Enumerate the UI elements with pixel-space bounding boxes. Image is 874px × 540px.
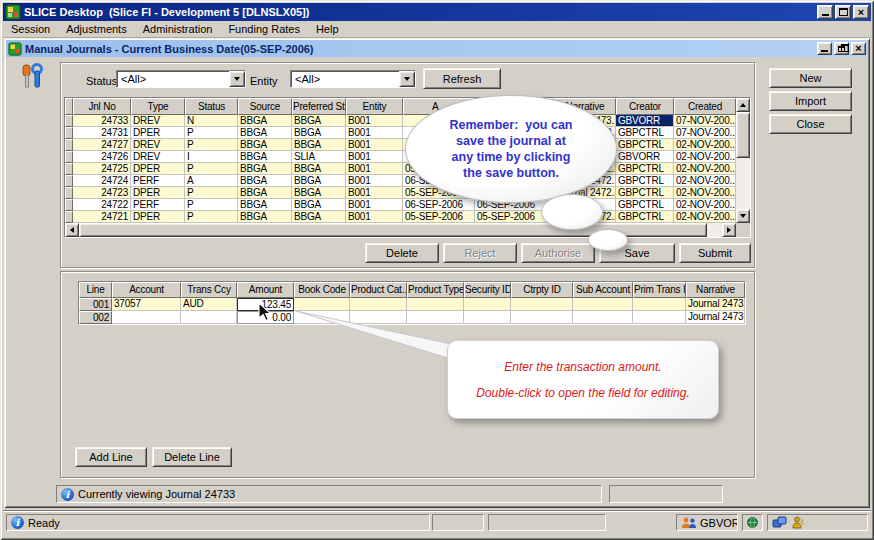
child-minimize-button[interactable] <box>817 42 832 55</box>
journals-grid-cell[interactable] <box>65 127 73 139</box>
journals-grid-cell[interactable]: P <box>185 127 238 139</box>
journals-grid-cell[interactable]: P <box>185 139 238 151</box>
journals-grid-cell[interactable]: BBGA <box>238 115 292 127</box>
child-close-button[interactable]: × <box>851 42 866 55</box>
journals-grid-cell[interactable]: 02-NOV-200... <box>674 175 736 187</box>
menu-item-adjustments[interactable]: Adjustments <box>58 22 135 36</box>
lines-grid-cell[interactable] <box>464 311 511 324</box>
lines-grid-column-header[interactable]: Prim Trans ID <box>633 282 686 298</box>
journals-grid-column-header[interactable]: Created <box>674 98 736 115</box>
journals-grid-row[interactable]: 24721DPERPBBGABBGAB00105-SEP-200605-SEP-… <box>65 211 736 223</box>
import-button[interactable]: Import <box>769 91 852 111</box>
refresh-button[interactable]: Refresh <box>423 68 501 89</box>
journals-grid-column-header[interactable]: Entity <box>346 98 403 115</box>
lines-grid-cell[interactable] <box>573 298 633 311</box>
journals-grid-cell[interactable]: DPER <box>131 187 185 199</box>
journals-grid-cell[interactable]: P <box>185 187 238 199</box>
journals-grid-cell[interactable]: P <box>185 163 238 175</box>
lines-grid-cell[interactable]: 002 <box>79 311 112 324</box>
journals-grid-cell[interactable]: DPER <box>131 163 185 175</box>
journals-grid-cell[interactable]: 02-NOV-200... <box>674 211 736 223</box>
journals-grid-row[interactable]: 24727DREVPBBGABBGAB001Journal 2472...GBP… <box>65 139 736 151</box>
journals-grid-row[interactable]: 24733DREVNBBGABBGAB001Journal 2473...GBV… <box>65 115 736 127</box>
journals-grid-row[interactable]: 24722PERFPBBGABBGAB00106-SEP-200606-SEP-… <box>65 199 736 211</box>
status-dropdown[interactable]: <All> <box>116 70 246 88</box>
new-button[interactable]: New <box>769 68 852 88</box>
journals-grid-cell[interactable]: BBGA <box>238 211 292 223</box>
menu-item-funding-rates[interactable]: Funding Rates <box>220 22 308 36</box>
journals-grid-column-header[interactable]: Jnl No <box>73 98 131 115</box>
journals-grid-cell[interactable]: BBGA <box>292 115 346 127</box>
journals-grid-cell[interactable]: GBPCTRL <box>616 127 674 139</box>
lines-grid-cell[interactable] <box>511 311 573 324</box>
lines-grid-cell[interactable]: 001 <box>79 298 112 311</box>
journals-grid-cell[interactable]: BBGA <box>292 127 346 139</box>
add-line-button[interactable]: Add Line <box>75 447 147 467</box>
journals-grid-cell[interactable]: GBPCTRL <box>616 187 674 199</box>
lines-grid-cell[interactable]: 37057 <box>112 298 181 311</box>
journals-grid-cell[interactable]: BBGA <box>292 211 346 223</box>
journals-grid-cell[interactable]: 24721 <box>73 211 131 223</box>
journals-grid-cell[interactable]: 24731 <box>73 127 131 139</box>
journals-grid-column-header[interactable]: Type <box>131 98 185 115</box>
lines-grid-column-header[interactable]: Book Code <box>294 282 350 298</box>
journals-grid-cell[interactable]: 24723 <box>73 187 131 199</box>
journals-grid-cell[interactable]: GBPCTRL <box>616 139 674 151</box>
journals-grid-cell[interactable]: BBGA <box>292 139 346 151</box>
journals-grid-cell[interactable]: B001 <box>346 187 403 199</box>
journals-grid-cell[interactable]: 07-NOV-200... <box>674 115 736 127</box>
journals-grid-cell[interactable]: BBGA <box>238 163 292 175</box>
journals-grid-cell[interactable]: B001 <box>346 127 403 139</box>
title-bar[interactable]: SLICE Desktop (Slice FI - Development 5 … <box>3 3 871 21</box>
journals-grid-column-header[interactable]: Preferred St... <box>292 98 346 115</box>
scroll-right-button[interactable] <box>722 223 736 237</box>
entity-dropdown[interactable]: <All> <box>290 70 416 88</box>
journals-grid-cell[interactable]: DREV <box>131 151 185 163</box>
journals-grid-cell[interactable]: 24727 <box>73 139 131 151</box>
journals-grid-cell[interactable]: PERF <box>131 199 185 211</box>
journals-grid-cell[interactable]: B001 <box>346 115 403 127</box>
journals-grid-cell[interactable]: 02-NOV-200... <box>674 139 736 151</box>
journals-grid-cell[interactable]: BBGA <box>238 199 292 211</box>
journals-grid-cell[interactable]: B001 <box>346 151 403 163</box>
menu-item-help[interactable]: Help <box>308 22 347 36</box>
journals-grid-cell[interactable]: BBGA <box>292 175 346 187</box>
scroll-down-button[interactable] <box>736 209 750 223</box>
journals-grid-cell[interactable]: 02-NOV-200... <box>674 187 736 199</box>
journals-grid-cell[interactable]: DPER <box>131 127 185 139</box>
journals-grid-cell[interactable]: 07-NOV-200... <box>674 127 736 139</box>
lines-grid-cell[interactable] <box>633 311 686 324</box>
journals-grid-cell[interactable] <box>65 139 73 151</box>
journals-grid-cell[interactable]: GBPCTRL <box>616 199 674 211</box>
lines-grid-column-header[interactable]: Amount <box>237 282 294 298</box>
journals-grid-cell[interactable]: B001 <box>346 199 403 211</box>
journals-grid-column-header[interactable] <box>65 98 73 115</box>
journals-grid-cell[interactable] <box>65 199 73 211</box>
delete-button[interactable]: Delete <box>365 243 439 263</box>
lines-grid-cell[interactable] <box>511 298 573 311</box>
close-button[interactable]: × <box>853 5 869 19</box>
journals-grid-cell[interactable] <box>65 115 73 127</box>
journals-grid-cell[interactable]: GBVORR <box>616 151 674 163</box>
journals-grid-cell[interactable]: B001 <box>346 211 403 223</box>
journals-grid-cell[interactable]: 24722 <box>73 199 131 211</box>
lines-grid-column-header[interactable]: Trans Ccy <box>181 282 237 298</box>
journals-grid-cell[interactable] <box>65 151 73 163</box>
lines-grid-cell[interactable]: Journal 2473... <box>686 311 745 324</box>
journals-grid-cell[interactable]: BBGA <box>238 187 292 199</box>
journals-grid-row[interactable]: 24726DREVIBBGASLIAB001Journal 2472...GBV… <box>65 151 736 163</box>
journals-grid-cell[interactable]: GBPCTRL <box>616 175 674 187</box>
journals-grid-cell[interactable] <box>65 163 73 175</box>
scroll-left-button[interactable] <box>65 223 79 237</box>
lines-grid-column-header[interactable]: Ctrpty ID <box>511 282 573 298</box>
menu-item-administration[interactable]: Administration <box>135 22 221 36</box>
journals-grid-cell[interactable]: BBGA <box>238 139 292 151</box>
child-title-bar[interactable]: Manual Journals - Current Business Date(… <box>6 40 868 57</box>
lines-grid-column-header[interactable]: Narrative <box>686 282 745 298</box>
journals-grid-column-header[interactable]: Source <box>238 98 292 115</box>
journals-grid-cell[interactable]: BBGA <box>238 175 292 187</box>
lines-grid-column-header[interactable]: Sub Account <box>573 282 633 298</box>
journals-grid-cell[interactable]: BBGA <box>238 127 292 139</box>
journals-grid-cell[interactable]: BBGA <box>238 151 292 163</box>
journals-grid-cell[interactable]: GBPCTRL <box>616 163 674 175</box>
